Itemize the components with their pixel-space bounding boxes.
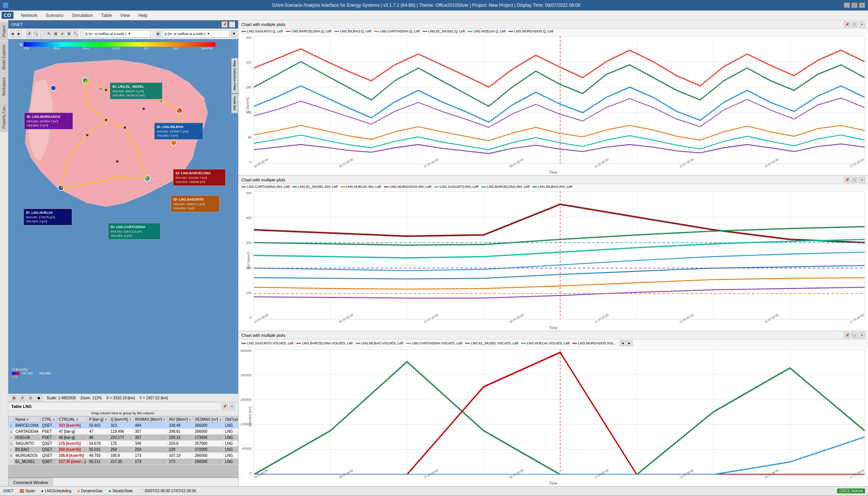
col-p[interactable]: P [bar-g] ⬍ (87, 417, 109, 423)
toolbar-icon3[interactable]: ▼ (231, 30, 237, 38)
map-close-button[interactable]: × (229, 21, 235, 27)
col-q[interactable]: Q [ksm³/h] ⬍ (109, 417, 133, 423)
table-pin-button[interactable]: 📌 (222, 403, 228, 409)
chart2-pin[interactable]: 📌 (844, 177, 850, 183)
cell-inv: 100.12 (167, 435, 193, 441)
toolbar-more2[interactable]: 🔧 (73, 30, 78, 38)
table-row[interactable]: 4 SAGUNTO QSET 175 [ksm³/h] 54.679 175 3… (9, 441, 238, 447)
sidebar-tab-workspace[interactable]: Workspace (0, 74, 8, 99)
close-button[interactable]: × (859, 3, 865, 8)
chart2-area[interactable]: 5004003002001000 (238, 190, 868, 331)
toolbar-sep-1 (24, 30, 24, 37)
minimize-button[interactable]: _ (844, 3, 850, 8)
svg-point-10 (124, 126, 126, 129)
map-container[interactable]: Q -176 -78.8 18.4 115.6 217. 310 [ksm³/h… (8, 39, 238, 394)
svg-rect-48 (254, 349, 865, 475)
chart3-pin[interactable]: 📌 (844, 332, 850, 338)
toolbar-draw[interactable]: ✎ (47, 30, 52, 38)
menu-view[interactable]: View (117, 12, 134, 19)
toolbar-zoom-in[interactable]: 🔍 (33, 30, 38, 38)
chart1-close[interactable]: × (859, 21, 865, 27)
chart3-inner (253, 349, 865, 475)
table-row[interactable]: 1 BARCELONA QSET 323 [ksm³/h] 55.602 323… (9, 423, 238, 429)
sidebar-tab-model[interactable]: Model Explorer (0, 41, 8, 73)
menu-table[interactable]: Table (97, 12, 116, 19)
scale-q-label: Q (20, 43, 22, 46)
command-window-tab[interactable]: Command Window (8, 478, 53, 486)
chart1-pin[interactable]: 📌 (844, 21, 850, 27)
chart1-expand[interactable]: □ (851, 21, 857, 27)
chart3-scroll-left[interactable]: ◄ (620, 340, 626, 346)
cell-p: 49.755 (87, 453, 109, 459)
col-ctrl[interactable]: CTRL ⬍ (40, 417, 57, 423)
svg-point-9 (105, 119, 107, 121)
svg-point-2 (51, 85, 56, 91)
menu-simulation[interactable]: Simulation (68, 12, 97, 19)
popup-barcelona: ID: LNG.BARCELONA INVLNG: 621166.7 [m³] … (173, 169, 226, 186)
menu-help[interactable]: Help (134, 12, 151, 19)
scale-v3: 115.6 (112, 47, 120, 50)
cell-objtype: LNG (223, 447, 238, 453)
legend-cartagena-q: LNG.CARTAGENA.Q, Left (374, 29, 420, 33)
legend-label: LNG.SAGUNTO.Q, Left (247, 29, 283, 33)
toolbar-nav-fwd[interactable]: ► (17, 30, 22, 38)
cell-q: 220.177 (109, 435, 133, 441)
col-objtype[interactable]: ObjType ⬍ (223, 417, 238, 423)
map-tab-selection-filter[interactable]: Map Selection Filter (231, 58, 238, 93)
dropdown-flow1[interactable]: Q (In- or outflow at a node ) ▼ (83, 30, 151, 38)
chart3-scroll-right[interactable]: ► (627, 340, 633, 346)
scale-v2: 18.4 (83, 47, 89, 50)
statusbar-btn2[interactable]: ↺ (19, 395, 26, 401)
col-idx[interactable] (9, 417, 14, 423)
col-ctrlval[interactable]: CTRLVAL ⬍ (57, 417, 88, 423)
toolbar-nav-back[interactable]: ◄ (10, 30, 15, 38)
map-tab-label[interactable]: GNET (11, 22, 23, 27)
command-window-bar: Command Window (8, 477, 238, 486)
chart2-expand[interactable]: □ (851, 177, 857, 183)
left-sidebar: Project Model Explorer Workspace Propert… (0, 20, 8, 486)
table-row[interactable]: 6 MURGADOS QSET 105.8 [ksm³/h] 49.755 10… (9, 453, 238, 459)
map-panel: GNET 📌 × ◄ ► ↺ 🔍 ⬜ ✎ ⊞ ≡ ⚙ 🔧 (8, 20, 238, 402)
toolbar-grid[interactable]: ⊞ (53, 30, 58, 38)
toolbar-refresh[interactable]: ↺ (26, 30, 32, 38)
toolbar-layers[interactable]: ≡ (60, 30, 65, 38)
legend-circle-icon: ⊙ (15, 375, 18, 379)
toolbar-more1[interactable]: ⚙ (67, 30, 72, 38)
chart3-expand[interactable]: □ (851, 332, 857, 338)
col-invmax[interactable]: INVMAX [Msm³] ⬍ (133, 417, 167, 423)
chart1-area[interactable]: 400320240160800 (238, 34, 868, 175)
col-vesmax[interactable]: VESMAX [m³] ⬍ (193, 417, 223, 423)
table-row[interactable]: 7 EL_MUSEL QSET 217.35 [ksm³...] 56.211 … (9, 459, 238, 465)
cell-objtype: LNG (223, 423, 238, 429)
table-close-button[interactable]: × (229, 403, 235, 409)
table-header-bar: Table LNG 📌 × (8, 402, 238, 411)
chart1-titlebar: Chart with multiple plots 📌 □ × (238, 20, 868, 29)
table-row[interactable]: 3 HUELVA PSET 48 [bar-g] 48 220.177 357 … (9, 435, 238, 441)
table-row[interactable]: 2 CARTAGENA PSET 47 [bar-g] 47 119.496 3… (9, 429, 238, 435)
cell-ctrlval: 323 [ksm³/h] (57, 423, 88, 429)
sidebar-tab-project[interactable]: Project (0, 22, 8, 40)
maximize-button[interactable]: □ (851, 3, 857, 8)
statusbar-btn3[interactable]: ⊙ (27, 395, 34, 401)
col-name[interactable]: Name ⬍ (14, 417, 41, 423)
map-pin-button[interactable]: 📌 (222, 21, 228, 27)
chart2-close[interactable]: × (859, 177, 865, 183)
menu-network[interactable]: Network (17, 12, 41, 19)
statusbar-btn1[interactable]: ⊞ (11, 395, 17, 401)
col-inv[interactable]: INV [Msm³] ⬍ (167, 417, 193, 423)
statusbar-btn4[interactable]: ⏺ (35, 395, 42, 401)
toolbar-select[interactable]: ⬜ (40, 30, 45, 38)
legend-elmusel-v: LNG.EL_MUSEL.VOLVES, Left (465, 340, 518, 346)
cell-inv: 338.49 (167, 423, 193, 429)
map-tab-nodebar[interactable]: Node Bar (231, 94, 238, 113)
toolbar-icon2[interactable]: ⊕ (156, 30, 161, 38)
svg-rect-31 (254, 192, 865, 319)
sidebar-tab-property[interactable]: Property Cas... (0, 100, 8, 132)
cell-p: 55.031 (87, 447, 109, 453)
chart3-close[interactable]: × (859, 332, 865, 338)
menu-scenario[interactable]: Scenario (42, 12, 67, 19)
dropdown-flow2[interactable]: Q (In- or outflow at a node ) ▼ (162, 30, 230, 38)
chart3-area[interactable]: 300000240000180000120000600000 (238, 347, 868, 486)
table-scroll[interactable]: Name ⬍ CTRL ⬍ CTRLVAL ⬍ P [bar-g] ⬍ Q [k… (8, 416, 238, 477)
table-row[interactable]: 5 BILBAO QSET 250 [ksm³/h] 55.031 250 25… (9, 447, 238, 453)
